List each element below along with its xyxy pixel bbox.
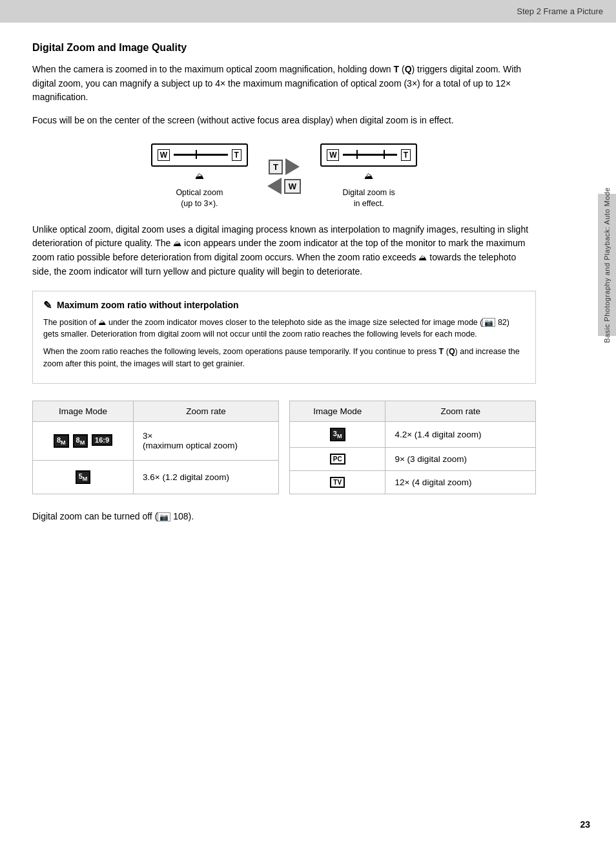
mode-badge-5m: 5M [76,470,91,484]
zoom-rate-cell: 12× (4 digital zoom) [385,470,536,494]
optical-zoom-caption: Optical zoom(up to 3×). [176,187,223,210]
note-text-2: When the zoom ratio reaches the followin… [43,346,525,370]
zoom-tables: Image Mode Zoom rate 8M 8M 16:9 3×(maxim… [32,393,536,502]
digital-zoom-bar: W T [320,143,417,167]
zoom-rate-cell: 3×(maximum optical zoom) [134,421,279,460]
note-title: ✎ Maximum zoom ratio without interpolati… [43,299,525,311]
mode-cell: 3M [290,421,385,447]
digital-zoom-diagram: W T ⛰ Digital zoom isin effect. [320,143,417,210]
note-box: ✎ Maximum zoom ratio without interpolati… [32,291,536,384]
note-text-1: The position of ⛰ under the zoom indicat… [43,317,525,341]
mode-cell: 5M [33,460,134,494]
mode-badge-pc: PC [330,454,345,465]
zoom-rate-cell: 4.2× (1.4 digital zoom) [385,421,536,447]
zoom-table-left: Image Mode Zoom rate 8M 8M 16:9 3×(maxim… [32,401,279,494]
table-row: TV 12× (4 digital zoom) [290,470,536,494]
col-header-mode-right: Image Mode [290,401,385,421]
optical-zoom-diagram: W T ⛰ Optical zoom(up to 3×). [151,143,248,210]
col-header-zoom-left: Zoom rate [134,401,279,421]
col-header-mode-left: Image Mode [33,401,134,421]
side-tab: Basic Photography and Playback: Auto Mod… [598,194,616,336]
page-header: Step 2 Frame a Picture [0,0,616,23]
mode-badge-8m2: 8M [73,434,88,448]
main-content: Digital Zoom and Image Quality When the … [0,23,568,552]
t-arrow: T [269,158,300,175]
paragraph-1: When the camera is zoomed in to the maxi… [32,63,536,105]
mode-cell: TV [290,470,385,494]
mode-badge-tv: TV [330,477,345,488]
w-arrow: W [267,178,301,194]
side-tab-text: Basic Photography and Playback: Auto Mod… [603,187,611,343]
section-title: Digital Zoom and Image Quality [32,42,536,54]
header-title: Step 2 Frame a Picture [517,6,603,16]
zoom-rate-cell: 9× (3 digital zoom) [385,447,536,470]
zoom-arrows: T W [267,158,301,194]
mode-badge-169: 16:9 [92,434,112,446]
mode-cell: PC [290,447,385,470]
page-number: 23 [580,819,590,830]
digital-zoom-caption: Digital zoom isin effect. [343,187,395,210]
table-row: 5M 3.6× (1.2 digital zoom) [33,460,279,494]
pencil-icon: ✎ [43,299,52,311]
table-row: PC 9× (3 digital zoom) [290,447,536,470]
col-header-zoom-right: Zoom rate [385,401,536,421]
paragraph-3: Unlike optical zoom, digital zoom uses a… [32,223,536,279]
footer-text: Digital zoom can be turned off (📷 108). [32,510,536,524]
mode-badge-8m1: 8M [54,434,69,448]
mode-cell: 8M 8M 16:9 [33,421,134,460]
optical-zoom-bar: W T [151,143,248,167]
mode-badge-3m: 3M [330,428,345,441]
table-row: 3M 4.2× (1.4 digital zoom) [290,421,536,447]
zoom-rate-cell: 3.6× (1.2 digital zoom) [134,460,279,494]
table-row: 8M 8M 16:9 3×(maximum optical zoom) [33,421,279,460]
zoom-diagram: W T ⛰ Optical zoom(up to 3×). T W W [32,143,536,210]
zoom-table-right: Image Mode Zoom rate 3M 4.2× (1.4 digita… [289,401,536,494]
paragraph-2: Focus will be on the center of the scree… [32,114,536,128]
